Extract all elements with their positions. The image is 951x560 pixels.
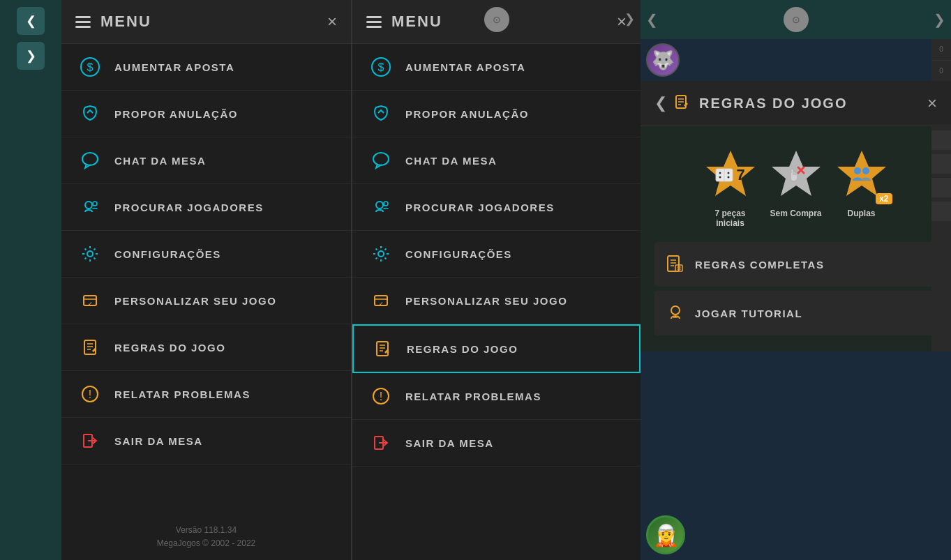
menu-item-label-sair-left: SAIR DA MESA (114, 435, 203, 447)
rules-content: 7 7 peças iniciais (641, 126, 951, 351)
coin-icon-middle: ⊙ (484, 7, 509, 32)
rule-card-pecas: 7 7 peças iniciais (703, 147, 758, 228)
menu-item-personalizar-mid[interactable]: ✓ PERSONALIZAR SEU JOGO (352, 278, 641, 324)
menu-item-personalizar-left[interactable]: ✓ PERSONALIZAR SEU JOGO (61, 278, 351, 324)
rule-card-duplas: x2 Duplas (834, 147, 890, 228)
rules-nav-left[interactable]: ❮ (646, 11, 658, 28)
propor-anulacao-icon-left (78, 102, 102, 126)
svg-point-20 (376, 202, 383, 209)
rules-nav-right[interactable]: ❯ (934, 11, 945, 28)
menu-item-propor-anulacao-mid[interactable]: PROPOR ANULAÇÃO (352, 91, 641, 137)
right-nav-arrow[interactable]: ❯ (17, 42, 45, 70)
duplas-badge: x2 (876, 193, 892, 204)
label-propor-mid: PROPOR ANULAÇÃO (405, 108, 529, 120)
svg-rect-26 (377, 342, 388, 356)
hamburger-icon-middle[interactable] (366, 16, 382, 28)
procurar-icon-mid (369, 195, 393, 219)
rules-link-tutorial[interactable]: JOGAR TUTORIAL (654, 291, 937, 335)
svg-point-44 (728, 176, 730, 179)
label-sair-mid: SAIR DA MESA (405, 437, 494, 449)
menu-item-label-aumentar-aposta-left: AUMENTAR APOSTA (114, 61, 234, 73)
domino-icon (715, 168, 733, 182)
menu-item-relatar-mid[interactable]: ! RELATAR PROBLEMAS (352, 373, 641, 420)
menu-item-propor-anulacao-left[interactable]: PROPOR ANULAÇÃO (61, 91, 351, 137)
configuracoes-icon-left (78, 242, 102, 266)
svg-point-3 (85, 202, 92, 209)
score-box-2 (931, 154, 951, 174)
rules-title: REGRAS DO JOGO (699, 96, 920, 112)
rules-link-label-tutorial: JOGAR TUTORIAL (695, 308, 802, 319)
svg-point-4 (93, 202, 97, 206)
nav-arrow-right-middle[interactable]: ❯ (624, 11, 635, 27)
menu-item-label-configuracoes-left: CONFIGURAÇÕES (114, 248, 221, 260)
side-score-boxes (931, 126, 951, 351)
menu-panel-middle: ⊙ ❯ MENU × $ AUMENTAR APOSTA PROPOR ANUL… (351, 0, 641, 560)
menu-item-procurar-jogadores-left[interactable]: PROCURAR JOGADORES (61, 184, 351, 231)
menu-item-label-procurar-left: PROCURAR JOGADORES (114, 202, 264, 213)
label-procurar-mid: PROCURAR JOGADORES (405, 202, 555, 213)
left-nav-arrow[interactable]: ❮ (17, 7, 45, 35)
personalizar-icon-left: ✓ (78, 289, 102, 312)
rule-card-icon-pecas: 7 (703, 147, 758, 203)
svg-point-5 (87, 251, 93, 257)
rules-panel: ❮ ⊙ ❯ 🐺 0 0 ❮ REGRAS DO JOGO × (641, 0, 951, 560)
label-personalizar-mid: PERSONALIZAR SEU JOGO (405, 295, 567, 307)
hamburger-icon-left[interactable] (75, 16, 91, 28)
label-aumentar-mid: AUMENTAR APOSTA (405, 61, 525, 73)
label-config-mid: CONFIGURAÇÕES (405, 248, 512, 260)
relatar-icon-mid: ! (369, 384, 393, 408)
svg-text:!: ! (380, 391, 382, 402)
menu-item-regras-mid-active[interactable]: REGRAS DO JOGO (352, 324, 641, 373)
menu-header-left: MENU × (61, 0, 351, 44)
label-regras-mid-active: REGRAS DO JOGO (407, 343, 518, 355)
menu-title-left: MENU (100, 13, 317, 31)
svg-point-43 (728, 172, 730, 174)
menu-item-aumentar-aposta-mid[interactable]: $ AUMENTAR APOSTA (352, 44, 641, 91)
score-box-4 (931, 202, 951, 221)
menu-item-relatar-left[interactable]: ! RELATAR PROBLEMAS (61, 371, 351, 418)
rules-back-button[interactable]: ❮ (654, 94, 667, 112)
menu-item-configuracoes-left[interactable]: CONFIGURAÇÕES (61, 231, 351, 278)
avatar-top: 🐺 (646, 43, 680, 77)
rule-card-label-duplas: Duplas (847, 209, 875, 218)
menu-item-configuracoes-mid[interactable]: CONFIGURAÇÕES (352, 231, 641, 278)
menu-item-sair-mid[interactable]: SAIR DA MESA (352, 420, 641, 467)
hand-x-icon (786, 165, 807, 186)
menu-item-chat-mid[interactable]: CHAT DA MESA (352, 137, 641, 184)
player-area: 🐺 0 0 (641, 39, 951, 81)
svg-point-41 (719, 172, 721, 174)
svg-text:$: $ (87, 61, 93, 73)
menu-item-procurar-mid[interactable]: PROCURAR JOGADORES (352, 184, 641, 231)
svg-point-49 (854, 167, 861, 174)
menu-footer: Versão 118.1.34 MegaJogos © 2002 - 2022 (61, 514, 351, 560)
label-chat-mid: CHAT DA MESA (405, 155, 497, 167)
configuracoes-icon-mid (369, 242, 393, 266)
sair-icon-left (78, 429, 102, 453)
menu-items-middle: $ AUMENTAR APOSTA PROPOR ANULAÇÃO CHAT D… (352, 44, 641, 560)
label-relatar-mid: RELATAR PROBLEMAS (405, 391, 541, 402)
sair-icon-mid (369, 431, 393, 455)
regras-completas-icon (666, 255, 685, 274)
version-text: Versão 118.1.34 (71, 524, 341, 537)
menu-item-label-relatar-left: RELATAR PROBLEMAS (114, 388, 250, 400)
aumentar-aposta-icon-left: $ (78, 55, 102, 79)
menu-item-regras-left[interactable]: REGRAS DO JOGO (61, 324, 351, 371)
svg-text:✓: ✓ (88, 301, 93, 307)
propor-anulacao-icon-mid (369, 102, 393, 126)
menu-item-aumentar-aposta-left[interactable]: $ AUMENTAR APOSTA (61, 44, 351, 91)
left-strip: ❮ ❯ (0, 0, 61, 560)
menu-close-left[interactable]: × (327, 13, 337, 30)
svg-text:!: ! (89, 388, 91, 400)
rules-close-button[interactable]: × (927, 93, 937, 113)
rules-link-completas[interactable]: REGRAS COMPLETAS (654, 242, 937, 287)
menu-item-label-chat-left: CHAT DA MESA (114, 155, 206, 167)
menu-item-sair-left[interactable]: SAIR DA MESA (61, 418, 351, 464)
aumentar-aposta-icon-mid: $ (369, 55, 393, 79)
score-box-1 (931, 130, 951, 150)
rules-header-icon (674, 94, 692, 112)
menu-item-label-regras-left: REGRAS DO JOGO (114, 342, 225, 354)
rule-card-label-sem-compra: Sem Compra (770, 209, 821, 218)
rules-link-label-completas: REGRAS COMPLETAS (695, 259, 824, 271)
coin-icon-right: ⊙ (784, 7, 809, 32)
menu-item-chat-da-mesa-left[interactable]: CHAT DA MESA (61, 137, 351, 184)
